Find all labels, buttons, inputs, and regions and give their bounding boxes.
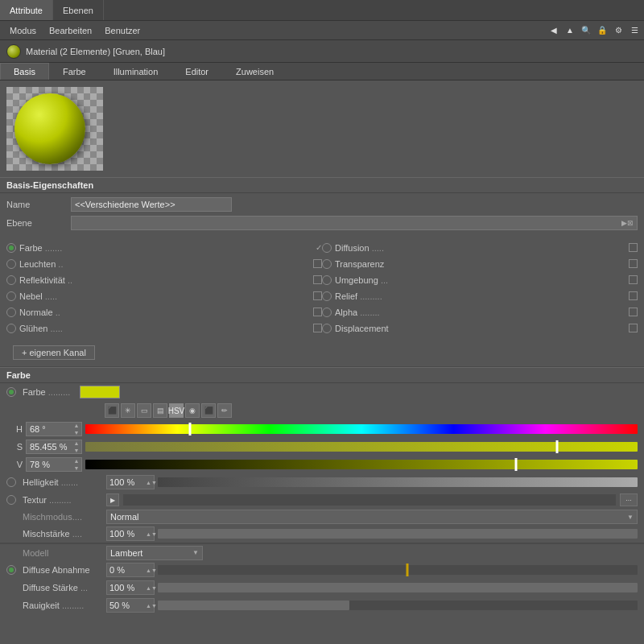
radio-farbe[interactable] — [6, 243, 16, 253]
mischstaerke-slider[interactable] — [158, 527, 638, 540]
tab-editor[interactable]: Editor — [171, 63, 222, 80]
channel-alpha: Alpha ........ — [322, 304, 638, 320]
menu-bearbeiten[interactable]: Bearbeiten — [43, 24, 98, 37]
textur-dots-button[interactable]: ··· — [620, 493, 638, 506]
modell-arrow: ▼ — [192, 549, 199, 556]
tab-attribute[interactable]: Attribute — [0, 0, 53, 20]
check-nebel[interactable] — [313, 291, 322, 300]
helligkeit-slider[interactable] — [158, 476, 638, 489]
mischstaerke-value-box[interactable]: 100 % ▲▼ — [106, 526, 155, 541]
check-displacement[interactable] — [629, 324, 638, 332]
name-input[interactable] — [71, 197, 232, 212]
diffuse-staerke-label: Diffuse Stärke ... — [23, 583, 103, 592]
tab-farbe[interactable]: Farbe — [49, 63, 100, 80]
modell-dropdown[interactable]: Lambert ▼ — [106, 546, 203, 560]
diffuse-abnahme-arrow[interactable]: ▲▼ — [146, 568, 154, 573]
check-umgebung[interactable] — [629, 275, 638, 284]
modell-row: Modell Lambert ▼ — [0, 543, 644, 561]
helligkeit-value-box[interactable]: 100 % ▲▼ — [106, 475, 155, 489]
color-reset-icon[interactable]: ▭ — [137, 403, 151, 418]
rauigkeit-slider[interactable] — [158, 599, 638, 612]
arrow-left-icon[interactable]: ◀ — [547, 24, 560, 37]
radio-umgebung[interactable] — [322, 275, 332, 285]
check-gluehen[interactable] — [313, 324, 322, 332]
rauigkeit-value-box[interactable]: 50 % ▲▼ — [106, 598, 155, 613]
v-up-arrow[interactable]: ▲ — [72, 457, 81, 464]
check-transparenz[interactable] — [629, 259, 638, 268]
s-slider[interactable] — [85, 440, 638, 453]
color-paste-icon[interactable]: ✳ — [121, 403, 135, 418]
v-slider[interactable] — [85, 458, 638, 471]
radio-relief[interactable] — [322, 291, 332, 301]
color-copy-icon[interactable]: ⬛ — [105, 403, 119, 418]
ebene-dropdown[interactable]: ▶⊠ — [71, 216, 638, 230]
check-diffusion[interactable] — [629, 243, 638, 252]
radio-helligkeit[interactable] — [6, 477, 16, 487]
radio-nebel[interactable] — [6, 291, 16, 301]
s-up-arrow[interactable]: ▲ — [72, 440, 81, 447]
diffuse-staerke-value-box[interactable]: 100 % ▲▼ — [106, 580, 155, 595]
arrow-up-icon[interactable]: ▲ — [564, 24, 576, 37]
sub-tabs: Basis Farbe Illumination Editor Zuweisen — [0, 63, 644, 80]
s-thumb[interactable] — [556, 440, 559, 453]
check-reflektivitaet[interactable] — [313, 275, 322, 284]
diffuse-abnahme-value-box[interactable]: 0 % ▲▼ — [106, 563, 155, 577]
radio-textur[interactable] — [6, 495, 16, 505]
add-channel-button[interactable]: + eigenen Kanal — [13, 345, 95, 360]
channel-umgebung: Umgebung ... — [322, 272, 638, 287]
radio-displacement[interactable] — [322, 324, 332, 333]
v-value-box[interactable]: 78 % ▲ ▼ — [26, 457, 82, 472]
helligkeit-arrow[interactable]: ▲▼ — [146, 480, 154, 485]
check-relief[interactable] — [629, 291, 638, 300]
diffuse-staerke-slider[interactable] — [158, 581, 638, 594]
h-value: 68 ° — [27, 424, 72, 434]
color-swatch[interactable] — [80, 386, 120, 398]
radio-gluehen[interactable] — [6, 324, 16, 333]
menu-benutzer[interactable]: Benutzer — [98, 24, 147, 37]
radio-farbe-color[interactable] — [6, 387, 16, 397]
color-eyedropper-icon[interactable]: ✏ — [217, 403, 232, 418]
tab-zuweisen[interactable]: Zuweisen — [222, 63, 287, 80]
radio-leuchten[interactable] — [6, 259, 16, 269]
settings-icon[interactable]: ⚙ — [612, 24, 625, 37]
check-alpha[interactable] — [629, 308, 638, 316]
diffuse-staerke-arrow[interactable]: ▲▼ — [146, 585, 154, 591]
h-up-arrow[interactable]: ▲ — [72, 422, 81, 429]
hsv-mode-button[interactable]: HSV — [169, 403, 184, 418]
diffuse-staerke-fill — [158, 583, 638, 592]
radio-normale[interactable] — [6, 308, 16, 317]
h-value-box[interactable]: 68 ° ▲ ▼ — [26, 422, 82, 436]
color-gradient-icon[interactable]: ▤ — [153, 403, 167, 418]
diffuse-staerke-row: Diffuse Stärke ... 100 % ▲▼ — [0, 579, 644, 597]
radio-diffuse-abnahme[interactable] — [6, 565, 16, 575]
diffuse-abnahme-slider[interactable] — [158, 564, 638, 576]
check-leuchten[interactable] — [313, 259, 322, 268]
v-thumb[interactable] — [515, 458, 518, 471]
mischmodus-dropdown[interactable]: Normal ▼ — [106, 510, 638, 524]
menu-modus[interactable]: Modus — [3, 24, 43, 37]
rauigkeit-arrow[interactable]: ▲▼ — [146, 603, 154, 609]
search-icon[interactable]: 🔍 — [580, 24, 592, 37]
textur-arrow-btn[interactable]: ▶ — [106, 493, 119, 506]
tab-illumination[interactable]: Illumination — [100, 63, 172, 80]
radio-reflektivitaet[interactable] — [6, 275, 16, 285]
radio-diffusion[interactable] — [322, 243, 332, 253]
radio-transparenz[interactable] — [322, 259, 332, 269]
v-down-arrow[interactable]: ▼ — [72, 464, 81, 472]
h-down-arrow[interactable]: ▼ — [72, 429, 81, 436]
tab-basis[interactable]: Basis — [0, 63, 49, 80]
s-down-arrow[interactable]: ▼ — [72, 447, 81, 454]
lock-icon[interactable]: 🔒 — [596, 24, 609, 37]
tab-ebenen[interactable]: Ebenen — [53, 0, 104, 20]
menu-icon[interactable]: ☰ — [628, 24, 641, 37]
color-wheel-icon[interactable]: ◉ — [185, 403, 200, 418]
mischstaerke-track — [158, 529, 638, 539]
material-header: Material (2 Elemente) [Gruen, Blau] — [0, 40, 644, 63]
mischstaerke-arrow[interactable]: ▲▼ — [146, 531, 154, 537]
color-picker-icon[interactable]: ⬛ — [201, 403, 216, 418]
s-value-box[interactable]: 85.455 % ▲ ▼ — [26, 440, 82, 454]
radio-alpha[interactable] — [322, 308, 332, 317]
h-slider[interactable] — [85, 423, 638, 436]
h-thumb[interactable] — [188, 423, 191, 436]
check-normale[interactable] — [313, 308, 322, 316]
